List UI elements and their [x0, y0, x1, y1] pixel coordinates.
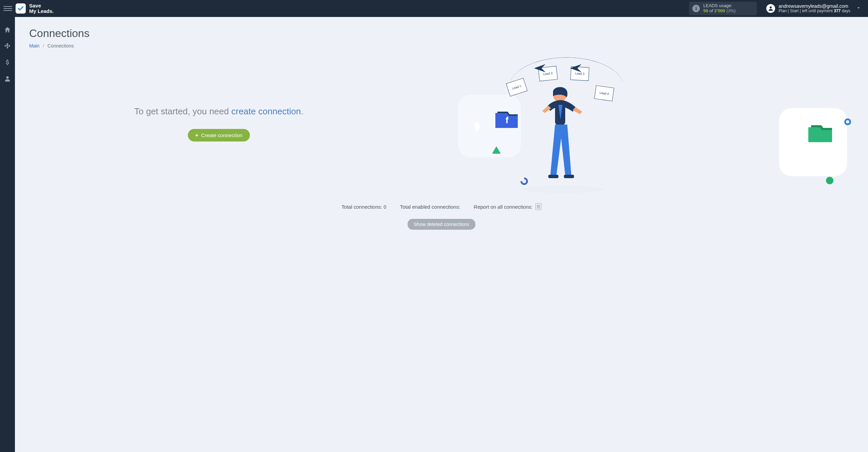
leads-usage-label: LEADS usage:: [703, 3, 736, 8]
create-connection-button[interactable]: + Create connection: [188, 129, 250, 142]
report-connections-label: Report on all connections:: [474, 204, 532, 210]
page-title: Connections: [29, 27, 854, 40]
plan-days: 377: [834, 8, 841, 13]
svg-text:f: f: [506, 115, 509, 125]
halfmoon-decoration-icon: [470, 122, 480, 131]
breadcrumb-root[interactable]: Main: [29, 43, 39, 49]
breadcrumb: Main / Connections: [29, 43, 854, 49]
plan-name: Start: [790, 8, 798, 13]
document-icon: [535, 203, 541, 210]
shell: Connections Main / Connections To get st…: [0, 17, 868, 452]
leads-pct: (3%): [726, 8, 735, 13]
show-deleted-button[interactable]: Show deleted connections: [408, 219, 475, 230]
nav-billing[interactable]: [3, 58, 12, 67]
total-connections-label: Total connections:: [341, 204, 382, 210]
plan-prefix: Plan |: [778, 8, 789, 13]
nav-account[interactable]: [3, 75, 12, 83]
svg-point-1: [6, 76, 8, 79]
breadcrumb-current: Connections: [47, 43, 74, 49]
nav-connections[interactable]: [3, 42, 12, 50]
plan-mid: | left until payment: [800, 8, 833, 13]
main-content: Connections Main / Connections To get st…: [15, 17, 868, 452]
enabled-connections-label: Total enabled connections:: [400, 204, 460, 210]
person-illustration: [540, 85, 584, 187]
leads-usage-badge[interactable]: i LEADS usage: 56 of 2'000 (3%): [689, 2, 757, 15]
stats-row: Total connections: 0 Total enabled conne…: [29, 203, 854, 210]
svg-rect-5: [548, 175, 558, 178]
lead-card-1: Lead 1: [506, 78, 528, 97]
user-email: andrewsavemyleads@gmail.com: [778, 3, 850, 9]
hero-illustration: Lead 1 Lead 2 Lead 3 Lead 4 f: [458, 64, 854, 183]
total-connections: Total connections: 0: [341, 204, 387, 210]
lead-card-4: Lead 4: [594, 85, 614, 101]
app-logo[interactable]: [16, 3, 26, 14]
info-icon: i: [692, 5, 700, 12]
user-menu[interactable]: andrewsavemyleads@gmail.com Plan | Start…: [766, 3, 850, 14]
hero-msg-suffix: .: [301, 106, 303, 116]
total-connections-value: 0: [383, 204, 386, 210]
leads-used: 56: [703, 8, 708, 13]
leads-of: of: [709, 8, 713, 13]
hero-msg-prefix: To get started, you need: [134, 106, 231, 116]
paper-plane-icon: [570, 64, 581, 72]
menu-toggle-button[interactable]: [3, 4, 12, 13]
hero-message: To get started, you need create connecti…: [29, 106, 409, 117]
hero-msg-link[interactable]: create connection: [231, 106, 301, 116]
plan-suffix: days: [842, 8, 850, 13]
svg-rect-6: [564, 175, 574, 178]
nav-home[interactable]: [3, 26, 12, 34]
dot-decoration-icon: [826, 177, 833, 184]
brand-line-1: Save: [29, 3, 54, 8]
breadcrumb-separator: /: [43, 43, 44, 49]
ring-decoration-icon: [844, 118, 851, 125]
chevron-down-icon[interactable]: [854, 5, 863, 12]
user-text: andrewsavemyleads@gmail.com Plan | Start…: [778, 3, 850, 14]
plus-icon: +: [195, 133, 198, 138]
paper-plane-icon: [534, 64, 546, 72]
topbar: Save My Leads. i LEADS usage: 56 of 2'00…: [0, 0, 868, 17]
app-name: Save My Leads.: [29, 3, 54, 14]
sidebar: [0, 17, 15, 452]
triangle-decoration-icon: [492, 146, 501, 154]
svg-point-0: [770, 6, 772, 8]
leads-usage-text: LEADS usage: 56 of 2'000 (3%): [703, 3, 736, 14]
report-connections[interactable]: Report on all connections:: [474, 203, 541, 210]
hero-text-block: To get started, you need create connecti…: [29, 106, 409, 142]
facebook-folder-icon: f: [495, 108, 520, 128]
leads-limit: 2'000: [714, 8, 725, 13]
brand-line-2: My Leads.: [29, 8, 54, 14]
swirl-decoration-icon: [519, 176, 529, 186]
create-connection-label: Create connection: [201, 132, 242, 138]
avatar-icon: [766, 4, 775, 13]
empty-state-hero: To get started, you need create connecti…: [29, 64, 854, 183]
target-folder-icon: [808, 123, 835, 143]
